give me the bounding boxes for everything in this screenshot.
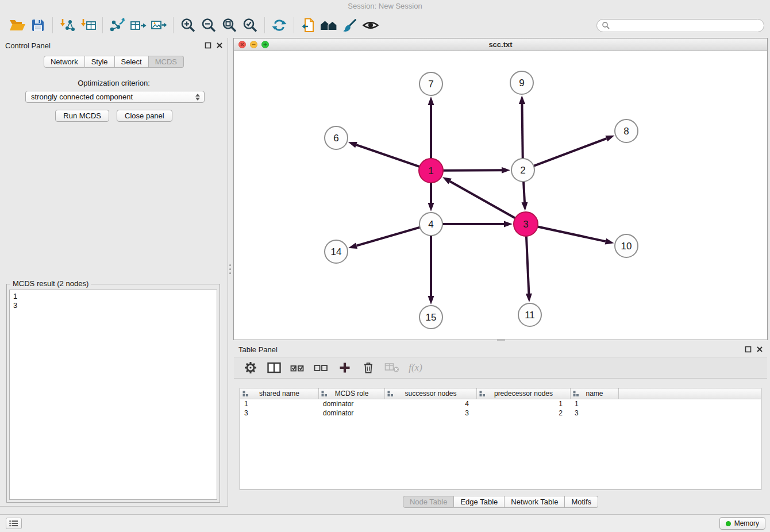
tab-style[interactable]: Style bbox=[85, 56, 115, 68]
eye-icon bbox=[362, 18, 379, 33]
document-share-icon bbox=[301, 17, 317, 33]
table-panel-header: Table Panel bbox=[233, 342, 768, 357]
refresh-icon bbox=[271, 17, 287, 33]
horizontal-splitter-handle[interactable] bbox=[497, 339, 505, 341]
graph-edge-3-10[interactable] bbox=[538, 226, 606, 241]
graph-node-label: 15 bbox=[426, 312, 437, 323]
unselect-all-columns-button[interactable] bbox=[314, 360, 329, 375]
search-icon bbox=[602, 21, 610, 29]
refresh-button[interactable] bbox=[269, 15, 290, 36]
create-column-button[interactable] bbox=[337, 360, 352, 375]
cell-name: 3 bbox=[571, 409, 619, 417]
fit-content-button[interactable] bbox=[319, 15, 340, 36]
trash-icon bbox=[363, 361, 374, 374]
export-network-button[interactable] bbox=[107, 15, 128, 36]
column-header-predecessor-nodes[interactable]: predecessor nodes bbox=[477, 388, 571, 399]
tab-network[interactable]: Network bbox=[44, 56, 85, 68]
column-label: name bbox=[586, 390, 603, 398]
close-panel-button[interactable] bbox=[756, 346, 763, 353]
search-field[interactable] bbox=[596, 19, 764, 32]
zoom-out-button[interactable] bbox=[198, 15, 219, 36]
cell-mcds-role: dominator bbox=[319, 400, 385, 408]
list-icon bbox=[9, 520, 18, 527]
split-columns-icon bbox=[267, 362, 281, 373]
run-mcds-button[interactable]: Run MCDS bbox=[55, 110, 109, 122]
task-history-button[interactable] bbox=[6, 518, 22, 529]
network-graph[interactable]: 7968124314101511 bbox=[234, 51, 767, 340]
graph-edge-2-9[interactable] bbox=[522, 104, 522, 159]
graph-edge-3-11[interactable] bbox=[526, 236, 529, 294]
image-export-icon bbox=[150, 17, 167, 33]
tab-motifs[interactable]: Motifs bbox=[565, 496, 598, 508]
graph-edge-1-6[interactable] bbox=[356, 145, 419, 167]
network-share-icon bbox=[109, 17, 126, 33]
column-edit-icon bbox=[479, 391, 486, 399]
checked-boxes-icon bbox=[290, 363, 305, 373]
mcds-result-box: MCDS result (2 nodes) 1 3 bbox=[6, 284, 220, 503]
toggle-visibility-button[interactable] bbox=[360, 15, 381, 36]
open-file-button[interactable] bbox=[7, 15, 28, 36]
float-panel-button[interactable] bbox=[205, 42, 211, 49]
close-panel-button-cp[interactable]: Close panel bbox=[117, 110, 172, 122]
column-header-name[interactable]: name bbox=[571, 388, 619, 399]
control-panel-header: Control Panel bbox=[0, 38, 228, 53]
status-bar: Memory bbox=[0, 514, 770, 532]
tab-edge-table[interactable]: Edge Table bbox=[454, 496, 505, 508]
import-table-button[interactable] bbox=[78, 15, 98, 36]
import-table-icon bbox=[79, 17, 97, 33]
export-image-button[interactable] bbox=[148, 15, 169, 36]
delete-columns-button[interactable] bbox=[361, 360, 376, 375]
tab-node-table[interactable]: Node Table bbox=[403, 496, 455, 508]
float-window-icon bbox=[745, 346, 752, 353]
mcds-result-textarea[interactable]: 1 3 bbox=[9, 290, 217, 500]
export-table-button[interactable] bbox=[128, 15, 148, 36]
memory-button[interactable]: Memory bbox=[719, 517, 765, 530]
import-network-button[interactable] bbox=[57, 15, 78, 36]
application-window: Session: New Session bbox=[0, 0, 770, 532]
zoom-fit-button[interactable] bbox=[219, 15, 240, 36]
graph-node-label: 7 bbox=[428, 79, 433, 90]
criterion-value: strongly connected component bbox=[31, 92, 133, 101]
clone-network-button[interactable] bbox=[298, 15, 319, 36]
delete-table-button-disabled bbox=[384, 360, 399, 375]
column-header-shared-name[interactable]: shared name bbox=[240, 388, 319, 399]
network-canvas[interactable]: 7968124314101511 bbox=[234, 51, 767, 340]
mcds-result-line: 3 bbox=[13, 301, 213, 310]
column-header-filler bbox=[619, 388, 761, 399]
style-button[interactable] bbox=[340, 15, 360, 36]
zoom-selected-icon bbox=[242, 17, 258, 33]
column-header-successor-nodes[interactable]: successor nodes bbox=[385, 388, 477, 399]
zoom-selected-button[interactable] bbox=[240, 15, 260, 36]
close-icon bbox=[756, 346, 763, 353]
tab-mcds[interactable]: MCDS bbox=[149, 56, 184, 68]
show-columns-button[interactable] bbox=[267, 360, 282, 375]
column-header-mcds-role[interactable]: MCDS role bbox=[319, 388, 385, 399]
graph-edge-arrowhead bbox=[605, 136, 614, 141]
save-session-button[interactable] bbox=[28, 15, 48, 36]
unchecked-boxes-icon bbox=[314, 363, 329, 373]
search-input[interactable] bbox=[613, 21, 759, 30]
panel-splitter-handle[interactable] bbox=[229, 264, 231, 274]
select-all-columns-button[interactable] bbox=[290, 360, 305, 375]
delete-table-icon bbox=[384, 362, 399, 373]
close-panel-button[interactable] bbox=[216, 42, 223, 49]
save-icon bbox=[30, 18, 45, 33]
table-options-button[interactable] bbox=[243, 360, 258, 375]
zoom-out-icon bbox=[201, 17, 217, 33]
graph-node-label: 3 bbox=[523, 219, 528, 230]
graph-edge-2-3[interactable] bbox=[523, 182, 525, 202]
tab-network-table[interactable]: Network Table bbox=[505, 496, 565, 508]
toolbar-separator bbox=[264, 17, 265, 33]
graph-edge-2-8[interactable] bbox=[534, 138, 607, 166]
graph-edge-1-2[interactable] bbox=[443, 170, 502, 171]
graph-node-label: 10 bbox=[621, 241, 632, 252]
criterion-dropdown[interactable]: strongly connected component bbox=[25, 91, 205, 103]
control-panel: Control Panel Network Style Select MCDS bbox=[0, 38, 228, 507]
table-row[interactable]: 3 dominator 3 2 3 bbox=[240, 408, 761, 418]
graph-edge-3-1[interactable] bbox=[450, 182, 515, 218]
graph-edge-4-14[interactable] bbox=[357, 228, 420, 246]
zoom-in-button[interactable] bbox=[178, 15, 198, 36]
tab-select[interactable]: Select bbox=[115, 56, 149, 68]
float-panel-button[interactable] bbox=[745, 346, 752, 353]
table-row[interactable]: 1 dominator 4 1 1 bbox=[240, 399, 761, 408]
